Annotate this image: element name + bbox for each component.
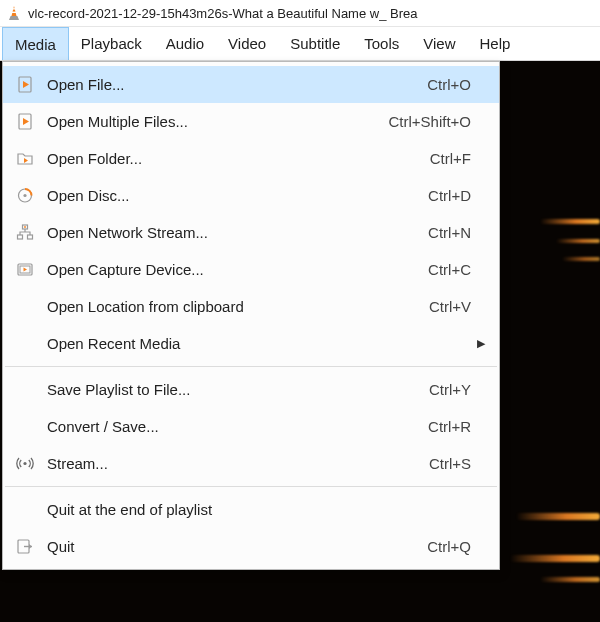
svg-marker-3	[9, 16, 19, 20]
blank-icon	[13, 500, 37, 520]
menu-item-shortcut: Ctrl+C	[408, 261, 471, 278]
menu-item-label: Save Playlist to File...	[37, 381, 409, 398]
menu-item-open-capture-device[interactable]: Open Capture Device...Ctrl+C	[3, 251, 499, 288]
menu-item-label: Quit at the end of playlist	[37, 501, 451, 518]
title-bar: vlc-record-2021-12-29-15h43m26s-What a B…	[0, 0, 600, 27]
menu-item-shortcut: Ctrl+R	[408, 418, 471, 435]
menu-item-open-network-stream[interactable]: Open Network Stream...Ctrl+N	[3, 214, 499, 251]
menu-item-label: Open Multiple Files...	[37, 113, 368, 130]
menu-bar: MediaPlaybackAudioVideoSubtitleToolsView…	[0, 27, 600, 61]
menu-item-shortcut: Ctrl+D	[408, 187, 471, 204]
menu-item-shortcut: Ctrl+Y	[409, 381, 471, 398]
svg-marker-0	[12, 6, 17, 16]
file-play-icon	[13, 75, 37, 95]
menu-item-stream[interactable]: Stream...Ctrl+S	[3, 445, 499, 482]
menubar-item-video[interactable]: Video	[216, 27, 278, 60]
menu-item-open-multiple-files[interactable]: Open Multiple Files...Ctrl+Shift+O	[3, 103, 499, 140]
menubar-item-audio[interactable]: Audio	[154, 27, 216, 60]
menu-item-label: Open Network Stream...	[37, 224, 408, 241]
capture-icon	[13, 260, 37, 280]
menu-item-shortcut: Ctrl+N	[408, 224, 471, 241]
menu-item-shortcut: Ctrl+S	[409, 455, 471, 472]
menu-item-convert-save[interactable]: Convert / Save...Ctrl+R	[3, 408, 499, 445]
stream-icon	[13, 454, 37, 474]
media-menu-dropdown: Open File...Ctrl+OOpen Multiple Files...…	[2, 61, 500, 570]
menu-item-open-recent-media[interactable]: Open Recent Media▶	[3, 325, 499, 362]
blank-icon	[13, 334, 37, 354]
menubar-item-label: Subtitle	[290, 35, 340, 52]
menubar-item-tools[interactable]: Tools	[352, 27, 411, 60]
menu-item-quit[interactable]: QuitCtrl+Q	[3, 528, 499, 565]
menu-item-shortcut: Ctrl+O	[407, 76, 471, 93]
menu-item-open-disc[interactable]: Open Disc...Ctrl+D	[3, 177, 499, 214]
menubar-item-media[interactable]: Media	[2, 27, 69, 60]
menubar-item-label: Media	[15, 36, 56, 53]
network-icon	[13, 223, 37, 243]
menubar-item-help[interactable]: Help	[468, 27, 523, 60]
menu-item-shortcut: Ctrl+Shift+O	[368, 113, 471, 130]
menubar-item-label: Audio	[166, 35, 204, 52]
menu-item-label: Convert / Save...	[37, 418, 408, 435]
menubar-item-label: View	[423, 35, 455, 52]
menu-item-quit-at-the-end-of-playlist[interactable]: Quit at the end of playlist	[3, 491, 499, 528]
blank-icon	[13, 297, 37, 317]
menubar-item-view[interactable]: View	[411, 27, 467, 60]
menubar-item-label: Tools	[364, 35, 399, 52]
menubar-item-playback[interactable]: Playback	[69, 27, 154, 60]
window-title: vlc-record-2021-12-29-15h43m26s-What a B…	[28, 6, 594, 21]
menu-item-label: Open Location from clipboard	[37, 298, 409, 315]
submenu-arrow-icon: ▶	[471, 337, 485, 350]
menu-item-label: Open File...	[37, 76, 407, 93]
menu-item-label: Open Disc...	[37, 187, 408, 204]
menu-separator	[5, 366, 497, 367]
menu-item-label: Open Folder...	[37, 150, 410, 167]
menubar-item-subtitle[interactable]: Subtitle	[278, 27, 352, 60]
menu-item-open-folder[interactable]: Open Folder...Ctrl+F	[3, 140, 499, 177]
menubar-item-label: Playback	[81, 35, 142, 52]
menu-item-shortcut: Ctrl+Q	[407, 538, 471, 555]
menu-item-label: Open Capture Device...	[37, 261, 408, 278]
svg-rect-2	[12, 12, 17, 13]
menu-item-open-location-from-clipboard[interactable]: Open Location from clipboardCtrl+V	[3, 288, 499, 325]
menu-item-open-file[interactable]: Open File...Ctrl+O	[3, 66, 499, 103]
disc-icon	[13, 186, 37, 206]
menu-item-label: Open Recent Media	[37, 335, 451, 352]
menu-item-save-playlist-to-file[interactable]: Save Playlist to File...Ctrl+Y	[3, 371, 499, 408]
vlc-icon	[6, 5, 22, 21]
menubar-item-label: Help	[480, 35, 511, 52]
menubar-item-label: Video	[228, 35, 266, 52]
blank-icon	[13, 380, 37, 400]
folder-icon	[13, 149, 37, 169]
menu-item-shortcut: Ctrl+F	[410, 150, 471, 167]
menu-separator	[5, 486, 497, 487]
quit-icon	[13, 537, 37, 557]
app-window: vlc-record-2021-12-29-15h43m26s-What a B…	[0, 0, 600, 622]
menu-item-label: Quit	[37, 538, 407, 555]
blank-icon	[13, 417, 37, 437]
svg-rect-1	[12, 8, 15, 9]
file-play-icon	[13, 112, 37, 132]
menu-item-label: Stream...	[37, 455, 409, 472]
menu-item-shortcut: Ctrl+V	[409, 298, 471, 315]
